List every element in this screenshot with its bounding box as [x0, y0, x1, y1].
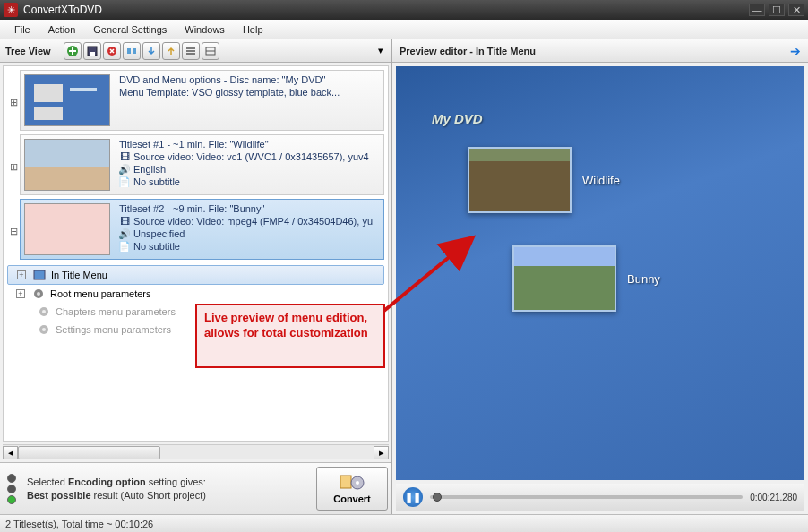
window-title: ConvertXToDVD — [23, 4, 749, 16]
close-button[interactable]: ✕ — [788, 4, 804, 16]
time-display: 0:00:21.280 — [750, 493, 797, 502]
maximize-button[interactable]: ☐ — [769, 4, 785, 16]
scroll-thumb[interactable] — [18, 446, 160, 459]
add-button[interactable] — [64, 42, 82, 60]
tree-area: ⊞ DVD and Menu options - Disc name: "My … — [3, 65, 389, 442]
move-up-button[interactable] — [162, 42, 180, 60]
menu-icon — [33, 269, 46, 281]
convert-label: Convert — [333, 493, 371, 504]
save-button[interactable] — [83, 42, 101, 60]
expand-titleset-2[interactable]: ⊟ — [7, 199, 20, 263]
titleset-2-sub: No subtitle — [133, 241, 180, 252]
titlebar: ✳ ConvertXToDVD — ☐ ✕ — [0, 0, 808, 20]
statusbar: 2 Titleset(s), Total time ~ 00:10:26 — [0, 514, 808, 532]
convert-button[interactable]: Convert — [316, 467, 388, 511]
in-title-menu-label: In Title Menu — [51, 270, 107, 280]
gear-icon — [38, 323, 50, 336]
titleset-1-source: Source video: Video: vc1 (WVC1 / 0x31435… — [133, 151, 369, 162]
video-icon: 🎞 — [119, 151, 130, 162]
dvd-menu-thumbnail[interactable] — [24, 74, 110, 126]
titleset-2-source: Source video: Video: mpeg4 (FMP4 / 0x345… — [133, 216, 373, 227]
next-arrow-button[interactable]: ➔ — [790, 44, 801, 58]
menu-file[interactable]: File — [5, 21, 39, 38]
expand-icon[interactable]: + — [16, 289, 25, 298]
horizontal-scrollbar[interactable]: ◂ ▸ — [3, 444, 389, 459]
titleset-1-lang: English — [133, 164, 166, 175]
expand-dvd-node[interactable]: ⊞ — [7, 70, 20, 134]
svg-rect-2 — [90, 52, 95, 56]
wildlife-thumbnail — [468, 147, 572, 213]
seek-handle[interactable] — [433, 493, 442, 502]
expand-titleset-1[interactable]: ⊞ — [7, 134, 20, 199]
menu-help[interactable]: Help — [234, 21, 272, 38]
gear-icon — [38, 305, 50, 318]
gear-icon — [32, 287, 45, 300]
svg-rect-14 — [340, 476, 351, 488]
preview-canvas[interactable]: My DVD Wildlife Bunny — [396, 66, 804, 480]
list-view-button[interactable] — [182, 42, 200, 60]
subtitle-icon: 📄 — [119, 176, 130, 187]
audio-icon: 🔊 — [119, 228, 130, 239]
tree-view-label: Tree View — [5, 46, 51, 56]
annotation-callout: Live preview of menu edition, allows for… — [195, 304, 385, 368]
bunny-thumbnail — [512, 245, 616, 312]
settings-menu-label: Settings menu parameters — [56, 324, 171, 335]
menu-windows[interactable]: Windows — [176, 21, 234, 38]
dvd-options-text: DVD and Menu options - Disc name: "My DV… — [119, 74, 378, 85]
menubar: File Action General Settings Windows Hel… — [0, 20, 808, 39]
tree-in-title-menu[interactable]: + In Title Menu — [7, 265, 384, 285]
svg-point-16 — [356, 481, 359, 485]
titleset-2-lang: Unspecified — [133, 228, 185, 239]
titleset-2-title: Titleset #2 - ~9 min. File: "Bunny" — [119, 203, 378, 214]
toolbar-dropdown[interactable]: ▾ — [374, 42, 386, 60]
encoding-indicator — [4, 467, 20, 511]
menu-action[interactable]: Action — [39, 21, 85, 38]
titleset-1-sub: No subtitle — [133, 176, 180, 187]
menu-template-text: Menu Template: VSO glossy template, blue… — [119, 87, 378, 98]
svg-point-11 — [42, 310, 46, 313]
wildlife-label: Wildlife — [582, 174, 620, 187]
titleset-1-thumbnail[interactable] — [24, 139, 110, 191]
remove-button[interactable] — [103, 42, 121, 60]
chapters-menu-label: Chapters menu parameters — [56, 306, 176, 317]
expand-icon[interactable]: + — [17, 270, 26, 279]
video-icon: 🎞 — [119, 216, 130, 227]
svg-point-9 — [37, 292, 40, 296]
root-menu-label: Root menu parameters — [50, 288, 151, 299]
detail-view-button[interactable] — [202, 42, 219, 60]
dvd-menu-item-bunny[interactable]: Bunny — [512, 245, 660, 312]
tree-root-menu[interactable]: + Root menu parameters — [7, 285, 384, 303]
merge-button[interactable] — [123, 42, 141, 60]
minimize-button[interactable]: — — [749, 4, 765, 16]
titleset-2-thumbnail[interactable] — [24, 203, 110, 255]
pause-button[interactable]: ❚❚ — [403, 487, 423, 507]
svg-point-13 — [42, 328, 46, 331]
svg-rect-7 — [34, 270, 45, 279]
move-down-button[interactable] — [142, 42, 160, 60]
svg-rect-4 — [127, 48, 131, 54]
bunny-label: Bunny — [627, 272, 660, 286]
status-text: 2 Titleset(s), Total time ~ 00:10:26 — [5, 519, 153, 529]
preview-header-title: Preview editor - In Title Menu — [400, 46, 790, 56]
svg-rect-5 — [133, 48, 136, 54]
dvd-title-text: My DVD — [432, 111, 483, 126]
scroll-right-button[interactable]: ▸ — [374, 446, 389, 459]
menu-general-settings[interactable]: General Settings — [84, 21, 176, 38]
subtitle-icon: 📄 — [119, 241, 130, 252]
dvd-menu-item-wildlife[interactable]: Wildlife — [468, 147, 620, 213]
tree-toolbar: Tree View ▾ — [0, 39, 391, 63]
convert-icon — [340, 474, 365, 492]
seek-bar[interactable] — [430, 495, 743, 499]
audio-icon: 🔊 — [119, 164, 130, 175]
scroll-left-button[interactable]: ◂ — [3, 446, 18, 459]
titleset-1-title: Titleset #1 - ~1 min. File: "Wildlife" — [119, 139, 378, 150]
app-icon: ✳ — [4, 3, 18, 17]
encoding-text: Selected Encoding option setting gives: … — [27, 467, 309, 511]
